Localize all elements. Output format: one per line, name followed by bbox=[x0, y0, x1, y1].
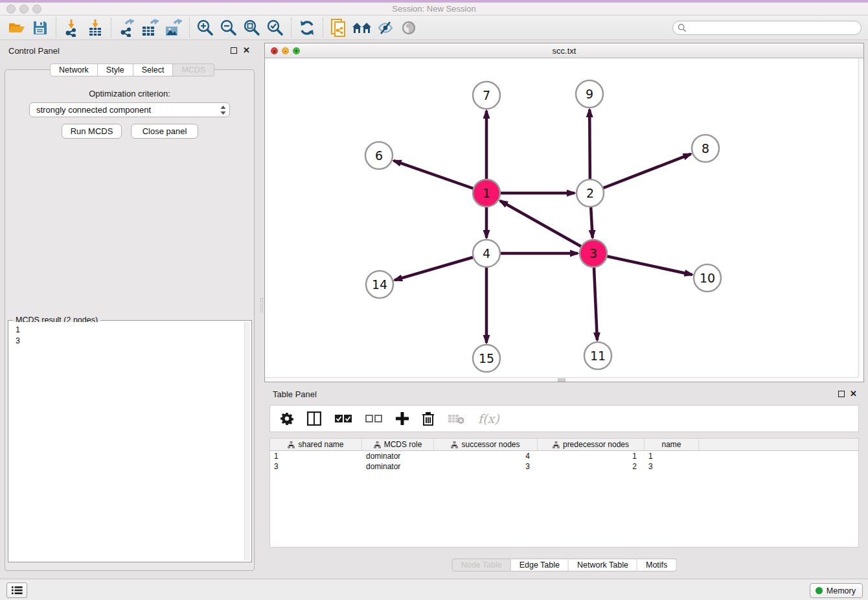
tree-icon bbox=[288, 441, 295, 448]
cell-successor-nodes: 4 bbox=[434, 451, 538, 461]
window-titlebar: Session: New Session bbox=[0, 0, 868, 16]
graph-node-1[interactable]: 1 bbox=[473, 179, 500, 207]
open-file-icon[interactable] bbox=[5, 17, 29, 38]
result-line: 3 bbox=[16, 336, 250, 347]
close-panel-icon[interactable]: ✕ bbox=[850, 389, 857, 398]
column-label: successor nodes bbox=[461, 440, 520, 449]
network-view-window: x - + scc.txt 7968124314101511 bbox=[264, 43, 864, 382]
float-panel-icon[interactable] bbox=[838, 391, 845, 397]
tab-mcds[interactable]: MCDS bbox=[173, 63, 214, 76]
delete-table-icon[interactable] bbox=[448, 413, 464, 424]
graph-node-2[interactable]: 2 bbox=[577, 179, 604, 207]
home-layout-icon[interactable] bbox=[350, 17, 374, 38]
graph-edge-3-1[interactable] bbox=[500, 201, 593, 253]
network-title: scc.txt bbox=[265, 43, 863, 58]
graph-node-10[interactable]: 10 bbox=[694, 264, 721, 292]
zoom-in-icon[interactable] bbox=[194, 17, 217, 38]
show-column-panel-icon[interactable] bbox=[307, 411, 321, 426]
control-panel-header: Control Panel ✕ bbox=[0, 43, 259, 60]
column-header-name[interactable]: name bbox=[645, 439, 699, 450]
graph-node-15[interactable]: 15 bbox=[473, 345, 500, 372]
scrollbar-thumb[interactable] bbox=[558, 378, 565, 382]
tab-node-table[interactable]: Node Table bbox=[452, 559, 511, 571]
export-table-icon[interactable] bbox=[139, 17, 162, 38]
import-table-icon[interactable] bbox=[84, 17, 107, 38]
toolbar-separator bbox=[56, 18, 56, 38]
column-header-predecessor-nodes[interactable]: predecessor nodes bbox=[538, 439, 645, 450]
tab-select[interactable]: Select bbox=[133, 63, 174, 76]
hide-graphics-details-icon[interactable] bbox=[374, 17, 397, 38]
zoom-selected-icon[interactable] bbox=[264, 17, 287, 38]
column-header-shared-name[interactable]: shared name bbox=[270, 439, 362, 450]
delete-column-icon[interactable] bbox=[422, 411, 434, 426]
show-graphics-details-icon[interactable] bbox=[397, 17, 420, 38]
table-header-row: shared name MCDS role successor nodes pr… bbox=[270, 439, 858, 451]
network-window-titlebar[interactable]: x - + scc.txt bbox=[265, 43, 863, 58]
graph-edge-1-6[interactable] bbox=[394, 161, 486, 193]
function-builder-icon[interactable]: f(x) bbox=[478, 411, 499, 426]
select-all-icon[interactable] bbox=[335, 414, 352, 423]
save-session-icon[interactable] bbox=[29, 17, 52, 38]
graph-node-3[interactable]: 3 bbox=[580, 240, 607, 267]
graph-node-8[interactable]: 8 bbox=[692, 135, 719, 162]
float-panel-icon[interactable] bbox=[231, 47, 237, 54]
panel-splitter[interactable] bbox=[259, 43, 264, 577]
cell-successor-nodes: 3 bbox=[434, 461, 538, 472]
column-header-successor-nodes[interactable]: successor nodes bbox=[434, 439, 538, 450]
export-image-icon[interactable] bbox=[162, 17, 185, 38]
svg-text:14: 14 bbox=[372, 277, 387, 292]
result-scrollbar[interactable] bbox=[244, 322, 250, 560]
network-horizontal-scrollbar[interactable] bbox=[265, 377, 858, 382]
import-network-icon[interactable] bbox=[60, 17, 84, 38]
cell-predecessor-nodes: 2 bbox=[538, 461, 645, 472]
zoom-fit-icon[interactable] bbox=[240, 17, 264, 38]
zoom-out-icon[interactable] bbox=[217, 17, 240, 38]
graph-node-14[interactable]: 14 bbox=[366, 271, 393, 298]
export-network-icon[interactable] bbox=[115, 17, 139, 38]
graph-node-7[interactable]: 7 bbox=[473, 82, 500, 109]
network-canvas[interactable]: 7968124314101511 bbox=[265, 58, 863, 377]
splitter-grip-icon bbox=[260, 298, 263, 312]
run-mcds-button[interactable]: Run MCDS bbox=[62, 124, 122, 139]
result-line: 1 bbox=[16, 325, 250, 336]
tab-style[interactable]: Style bbox=[98, 63, 133, 76]
column-label: name bbox=[661, 440, 681, 449]
table-panel-title: Table Panel bbox=[273, 389, 317, 399]
refresh-icon[interactable] bbox=[295, 17, 319, 38]
window-title: Session: New Session bbox=[0, 3, 868, 16]
criterion-dropdown[interactable]: strongly connected component bbox=[29, 102, 230, 117]
graph-node-9[interactable]: 9 bbox=[576, 80, 603, 108]
add-column-icon[interactable] bbox=[396, 412, 409, 425]
tab-network-table[interactable]: Network Table bbox=[569, 559, 637, 571]
task-history-button[interactable] bbox=[6, 583, 27, 598]
search-input[interactable] bbox=[687, 22, 861, 34]
tab-network[interactable]: Network bbox=[50, 63, 98, 76]
svg-text:11: 11 bbox=[590, 349, 606, 363]
close-panel-icon[interactable]: ✕ bbox=[243, 45, 250, 55]
close-panel-button[interactable]: Close panel bbox=[131, 124, 198, 139]
svg-text:6: 6 bbox=[375, 148, 383, 163]
graph-node-6[interactable]: 6 bbox=[365, 142, 393, 169]
deselect-all-icon[interactable] bbox=[365, 414, 382, 423]
tab-motifs[interactable]: Motifs bbox=[637, 559, 676, 571]
mcds-result-textarea[interactable]: 1 3 bbox=[10, 322, 250, 560]
svg-text:2: 2 bbox=[586, 186, 594, 200]
svg-text:8: 8 bbox=[702, 141, 709, 156]
column-header-mcds-role[interactable]: MCDS role bbox=[362, 439, 434, 450]
network-vertical-scrollbar[interactable] bbox=[858, 58, 863, 377]
graph-node-11[interactable]: 11 bbox=[584, 342, 611, 369]
search-box bbox=[672, 21, 862, 35]
tree-icon bbox=[374, 441, 381, 448]
table-row[interactable]: 3 dominator 3 2 3 bbox=[270, 461, 858, 472]
graph-edge-3-10[interactable] bbox=[593, 253, 692, 275]
table-toolbar: f(x) bbox=[269, 405, 859, 432]
graph-edge-2-8[interactable] bbox=[590, 154, 691, 193]
memory-button[interactable]: Memory bbox=[810, 583, 863, 598]
cell-name: 1 bbox=[645, 451, 699, 461]
network-from-selection-icon[interactable] bbox=[327, 17, 350, 38]
table-row[interactable]: 1 dominator 4 1 1 bbox=[270, 451, 858, 461]
tab-edge-table[interactable]: Edge Table bbox=[511, 559, 569, 571]
svg-text:9: 9 bbox=[586, 87, 593, 101]
graph-node-4[interactable]: 4 bbox=[473, 240, 500, 267]
gear-icon[interactable] bbox=[280, 412, 293, 425]
